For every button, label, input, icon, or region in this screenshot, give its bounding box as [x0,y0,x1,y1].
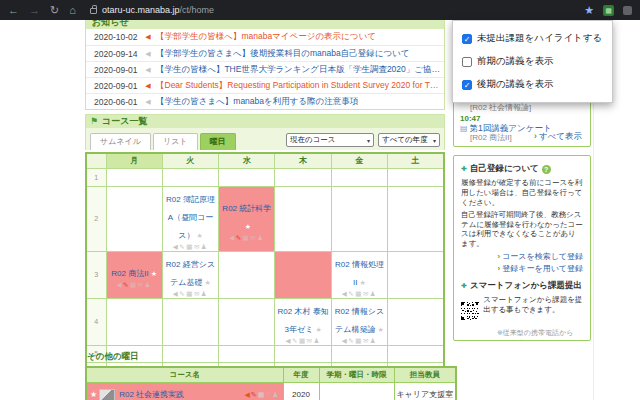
project-icon: ▦ [130,281,138,288]
teacher-cell: キャリア支援室 [394,382,456,400]
course-cell[interactable]: R02 統計科学★◀✎▦✉♟ [219,196,274,242]
tab-active[interactable]: 曜日 [200,133,236,150]
announcement-link[interactable]: 【学部学生の皆さまへ】後期授業科目のmanaba自己登録について [156,48,410,60]
year-filter-select[interactable]: すべての年度▾ [378,133,440,147]
announcement-link[interactable]: 【学生の皆様へ】THE世界大学ランキング日本版「学生調査2020」ご協力のお願い [156,64,444,76]
course-link[interactable]: R02 商法II [111,269,148,278]
timetable-cell: R02 商法II★◀✎▦✉♟ [106,251,162,298]
thread-icon: ✉ [363,337,370,344]
megaphone-icon: ◀ [140,82,156,90]
day-header-6: 土 [388,153,444,168]
thread-icon: ✉ [363,290,370,297]
favorite-star-icon: ★ [360,279,366,286]
course-cell[interactable]: R02 商法II★◀✎▦✉♟ [107,261,162,289]
announcement-row[interactable]: 2020-09-01◀【Dear Students】Requesting Par… [86,77,444,93]
checkbox[interactable]: ✓ [462,34,472,44]
project-icon: ▦ [355,337,363,344]
checkbox[interactable]: ✓ [462,80,472,90]
respon-icon: ♟ [201,290,208,297]
self-registration-link[interactable]: ›登録キーを用いて登録 [461,263,583,275]
course-cell[interactable]: R02 経営システム基礎★◀✎▦✉♟ [163,252,218,298]
self-registration-title: 自己登録について [470,163,539,175]
chrome-actions: ★ ▦ [584,5,632,16]
reload-icon[interactable]: ↻ [50,5,59,16]
popup-option[interactable]: ✓未提出課題をハイライトする [462,27,603,50]
announcements-header: お知らせ [86,20,444,29]
timetable-cell [331,168,387,186]
thread-icon: ✉ [194,290,201,297]
arrow-icon: › [497,252,500,261]
other-days-col-header-4: 担当教員 [394,367,456,382]
course-tab-bar: サムネイルリスト曜日 現在のコース▾すべての年度▾ [85,128,445,150]
browser-chrome: ← → ↻ ⌂ otaru-uc.manaba.jp/ct/home ★ ▦ [0,0,640,20]
home-icon[interactable]: ⌂ [69,5,76,16]
back-icon[interactable]: ← [8,5,19,16]
day-header-3: 水 [219,153,275,168]
smartphone-note: ※従来型の携帯電話からは、提出できません。 [497,328,583,341]
course-status-icons: ◀✎▦✉♟ [221,234,272,241]
course-cell[interactable]: R02 情報システム構築論★◀✎▦✉♟ [332,299,387,345]
course-filter-select[interactable]: 現在のコース▾ [286,133,374,147]
forward-icon[interactable]: → [29,5,40,16]
other-days-table: コース名年度学期・曜日・時限担当教員 ★R02 社会連携実践◀✎▦✉♟2020キ… [85,366,457,400]
course-status-icons: ◀✎▦✉♟ [109,281,160,288]
timetable-row: 3R02 商法II★◀✎▦✉♟R02 経営システム基礎★◀✎▦✉♟R02 情報処… [86,251,444,298]
popup-option[interactable]: ✓後期の講義を表示 [462,73,603,96]
announcement-link[interactable]: 【学生の皆さまへ】manabaを利用する際の注意事項 [156,96,358,108]
self-registration-link[interactable]: ›コースを検索して登録 [461,251,583,263]
url-path: /ct/home [179,5,214,15]
help-icon[interactable]: ? [542,165,551,174]
checkbox[interactable] [462,57,472,67]
timetable-cell: R02 経営システム基礎★◀✎▦✉♟ [162,251,218,298]
course-link[interactable]: R02 社会連携実践 [119,389,184,400]
bookmark-star-icon[interactable]: ★ [584,5,594,16]
course-cell[interactable]: R02 簿記原理A（昼間コース）★◀✎▦✉♟ [163,187,218,251]
course-link[interactable]: R02 簿記原理A（昼間コース） [166,195,215,240]
timetable-cell [106,298,162,345]
announcement-link[interactable]: 【Dear Students】Requesting Participation … [156,80,444,92]
link-label: 登録キーを用いて登録 [502,264,583,273]
course-cell[interactable]: R02 木村 泰知 3年ゼミ★◀✎▦✉♟ [275,299,330,345]
timetable-cell: R02 情報システム構築論★◀✎▦✉♟ [331,298,387,345]
tab-inactive[interactable]: サムネイル [90,133,151,150]
address-bar[interactable]: otaru-uc.manaba.jp/ct/home [102,5,214,15]
announcement-row[interactable]: 2020-10-02◀【学部学生の皆様へ】manabaマイページの表示について [86,29,444,45]
course-cell[interactable]: R02 情報処理II★◀✎▦✉♟ [332,252,387,298]
favorite-star-icon: ★ [90,390,97,399]
period-label: 2 [86,186,106,251]
announcement-date: 2020-09-14 [86,49,140,59]
announcement-row[interactable]: 2020-09-14◀【学部学生の皆さまへ】後期授業科目のmanaba自己登録に… [86,45,444,61]
course-thumbnail [99,389,115,400]
popup-option[interactable]: 前期の講義を表示 [462,50,603,73]
show-all-link[interactable]: ›すべて表示 [534,131,582,143]
other-days-row[interactable]: ★R02 社会連携実践◀✎▦✉♟2020キャリア支援室 [86,382,456,400]
course-link[interactable]: R02 統計科学 [222,204,271,213]
other-days-header-row: コース名年度学期・曜日・時限担当教員 [86,367,456,382]
timetable-cell [106,168,162,186]
announcement-date: 2020-09-01 [86,65,140,75]
course-link[interactable]: R02 情報システム構築論 [335,307,384,334]
course-status-icons: ◀✎▦✉♟ [165,290,216,297]
timetable-cell [275,251,331,298]
project-icon: ▦ [355,290,363,297]
announcement-link[interactable]: 【学部学生の皆様へ】manabaマイページの表示について [156,31,376,43]
timetable-cell [388,298,444,345]
course-status-icons: ◀✎▦✉♟ [277,337,328,344]
extensions-puzzle-icon[interactable] [623,6,632,15]
tab-inactive[interactable]: リスト [153,133,198,150]
period-label: 1 [86,168,106,186]
announcements-title: お知らせ [92,20,129,29]
course-list-icon: ⚑ [90,117,98,126]
smartphone-text: スマートフォンから課題を提出する事もできます。 [483,295,583,315]
announcement-row[interactable]: 2020-09-01◀【学生の皆様へ】THE世界大学ランキング日本版「学生調査2… [86,61,444,77]
day-header-2: 火 [162,153,218,168]
popup-option-label: 未提出課題をハイライトする [477,32,602,45]
thread-icon: ✉ [138,281,145,288]
respon-icon: ♟ [145,281,152,288]
select-value: すべての年度 [382,135,428,145]
timetable-cell [275,168,331,186]
timetable-cell [388,251,444,298]
announcement-row[interactable]: 2020-06-01◀【学生の皆さまへ】manabaを利用する際の注意事項 [86,93,444,109]
extension-icon[interactable]: ▦ [603,5,614,16]
assignment-pen-icon: ✎ [236,234,243,241]
